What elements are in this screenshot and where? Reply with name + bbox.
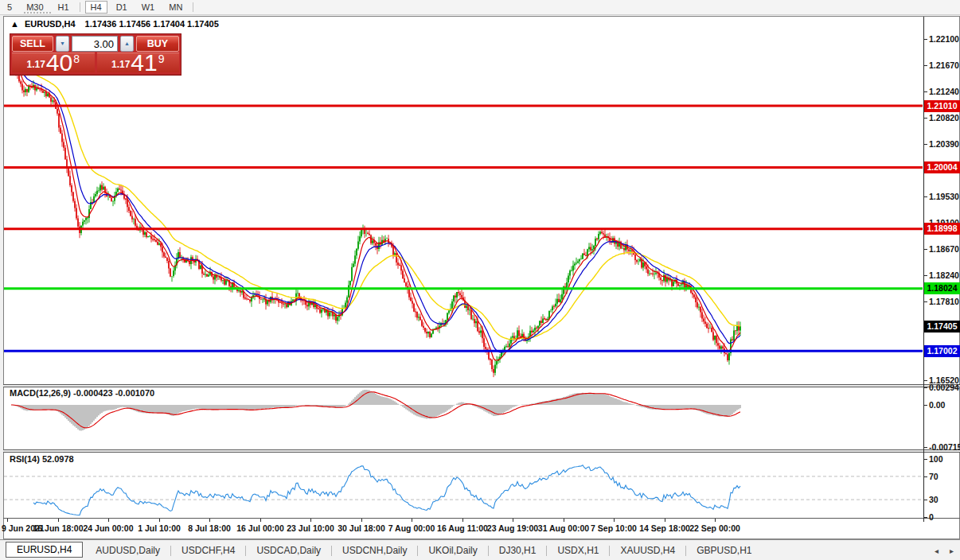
toolbar-separator xyxy=(80,2,80,12)
tab-scroll-right-icon[interactable]: ▸ xyxy=(950,546,954,555)
bear-candle-bodies xyxy=(13,60,739,373)
price-tick xyxy=(924,39,927,40)
timeframe-button-5[interactable]: 5 xyxy=(2,1,18,14)
level-price-badge: 1.21010 xyxy=(924,100,960,112)
volume-increase-button[interactable]: ▲ xyxy=(120,36,134,52)
timeframe-button-d1[interactable]: D1 xyxy=(111,1,133,14)
ma-slow-yellow-line xyxy=(11,60,740,339)
time-tick-label: 24 Jun 00:00 xyxy=(83,523,133,533)
symbol-tab-ukoil[interactable]: UKOil,Daily xyxy=(418,542,487,559)
sell-price-display[interactable]: 1.17 40 8 xyxy=(12,52,95,72)
symbol-tab-usdcad[interactable]: USDCAD,Daily xyxy=(246,542,331,559)
symbol-tab-eurusd[interactable]: EURUSD,H4 xyxy=(6,542,83,558)
price-tick xyxy=(924,275,927,276)
price-tick xyxy=(924,91,927,92)
time-tick-label: 30 Jul 18:00 xyxy=(338,523,385,533)
time-tick-label: 7 Sep 10:00 xyxy=(591,523,637,533)
toolbar-gripper[interactable] xyxy=(24,12,51,14)
time-tick xyxy=(665,519,665,522)
buy-button[interactable]: BUY xyxy=(136,36,179,52)
level-price-badge: 1.20004 xyxy=(924,161,960,173)
rsi-indicator-chart xyxy=(4,453,923,518)
volume-input[interactable] xyxy=(72,36,118,52)
price-tick xyxy=(924,380,927,381)
time-tick xyxy=(58,519,59,522)
trade-panel-quotes: 1.17 40 8 1.17 41 9 xyxy=(10,52,181,74)
price-tick xyxy=(924,118,927,119)
timeframe-button-mn[interactable]: MN xyxy=(163,1,188,14)
one-click-trading-panel: SELL ▼ ▲ BUY 1.17 40 8 1.17 41 9 xyxy=(10,33,181,76)
tab-scroll-left-icon[interactable]: ◂ xyxy=(935,546,939,555)
time-tick-label: 8 Jul 18:00 xyxy=(188,523,231,533)
price-tick xyxy=(924,249,927,250)
sell-button[interactable]: SELL xyxy=(12,36,53,52)
price-tick-label: 1.22100 xyxy=(929,33,959,45)
rsi-axis-tick xyxy=(924,500,927,500)
mt4-window: 5M30H1H4D1W1MN ▲ EURUSD,H4 1.17436 1.174… xyxy=(0,0,960,560)
sell-price-prefix: 1.17 xyxy=(26,59,45,70)
level-price-badge: 1.18024 xyxy=(924,282,960,294)
sell-price-big: 40 xyxy=(46,52,72,72)
timeframe-button-h1[interactable]: H1 xyxy=(53,1,75,14)
buy-price-display[interactable]: 1.17 41 9 xyxy=(97,52,180,72)
tab-scroll-nav: ◂ ▸ xyxy=(935,540,954,560)
macd-axis-tick xyxy=(924,387,927,388)
rsi-axis-label: 30 xyxy=(929,494,939,505)
time-tick xyxy=(108,519,109,522)
level-price-badge: 1.18998 xyxy=(924,223,960,235)
buy-price-pip: 9 xyxy=(158,54,165,64)
current-price-badge: 1.17405 xyxy=(924,321,960,332)
macd-axis-label: 0.00 xyxy=(929,399,945,410)
rsi-label: RSI(14) 52.0978 xyxy=(10,454,74,464)
ma-mid-blue-line xyxy=(11,60,740,352)
timeframe-button-h4[interactable]: H4 xyxy=(85,1,107,14)
chart-title: ▲ EURUSD,H4 1.17436 1.17456 1.17404 1.17… xyxy=(10,19,219,29)
time-tick xyxy=(614,519,615,522)
macd-axis-label: 0.002947 xyxy=(929,382,960,393)
volume-decrease-button[interactable]: ▼ xyxy=(56,36,69,52)
symbol-tab-usdchf[interactable]: USDCHF,H4 xyxy=(171,542,245,559)
trade-panel-controls: SELL ▼ ▲ BUY xyxy=(10,34,181,52)
symbol-tab-gbpusd[interactable]: GBPUSD,H1 xyxy=(686,542,762,559)
time-tick xyxy=(462,519,463,522)
rsi-axis-label: 100 xyxy=(929,453,943,465)
level-price-badge: 1.17002 xyxy=(924,345,960,357)
time-tick-label: 16 Jul 00:00 xyxy=(236,523,284,533)
symbol-tab-dj30[interactable]: DJ30,H1 xyxy=(489,542,547,559)
time-tick xyxy=(159,519,160,522)
rsi-axis-label: 70 xyxy=(929,471,939,482)
price-tick-label: 1.20390 xyxy=(929,138,959,150)
time-axis-border xyxy=(3,518,960,519)
toolbar-separator xyxy=(193,2,193,12)
time-tick-label: 1 Jul 10:00 xyxy=(138,523,181,533)
price-tick-label: 1.18670 xyxy=(929,243,959,255)
price-axis-line xyxy=(923,17,924,522)
collapse-icon[interactable]: ▲ xyxy=(10,19,19,29)
rsi-axis-label: 0 xyxy=(929,511,934,523)
timeframe-toolbar: 5M30H1H4D1W1MN xyxy=(0,0,960,15)
price-tick xyxy=(924,196,927,197)
timeframe-button-w1[interactable]: W1 xyxy=(136,1,161,14)
chart-ohlc-quotes: 1.17436 1.17456 1.17404 1.17405 xyxy=(85,19,219,29)
time-tick xyxy=(361,519,362,522)
price-tick xyxy=(924,301,927,302)
rsi-line xyxy=(33,465,740,515)
price-tick-label: 1.18240 xyxy=(929,270,959,281)
time-tick-label: 31 Aug 00:00 xyxy=(538,523,589,533)
time-tick xyxy=(412,519,412,522)
price-tick-label: 1.21670 xyxy=(929,60,959,71)
macd-axis-tick xyxy=(924,405,927,406)
macd-axis-label: -0.00715 xyxy=(929,441,960,453)
time-tick xyxy=(513,519,513,522)
symbol-tab-xauusd[interactable]: XAUUSD,H4 xyxy=(610,542,685,559)
time-tick-label: 22 Sep 00:00 xyxy=(689,523,740,533)
time-tick xyxy=(7,519,8,522)
time-tick-label: 23 Aug 19:00 xyxy=(487,523,538,533)
symbol-tab-audusd[interactable]: AUDUSD,Daily xyxy=(85,542,170,559)
bear-candle-wicks xyxy=(13,56,739,377)
rsi-axis-tick xyxy=(924,459,927,460)
price-tick xyxy=(924,65,927,66)
price-tick xyxy=(924,144,927,145)
symbol-tab-usdcnh[interactable]: USDCNH,Daily xyxy=(332,542,417,559)
symbol-tab-usdx[interactable]: USDX,H1 xyxy=(547,542,609,559)
